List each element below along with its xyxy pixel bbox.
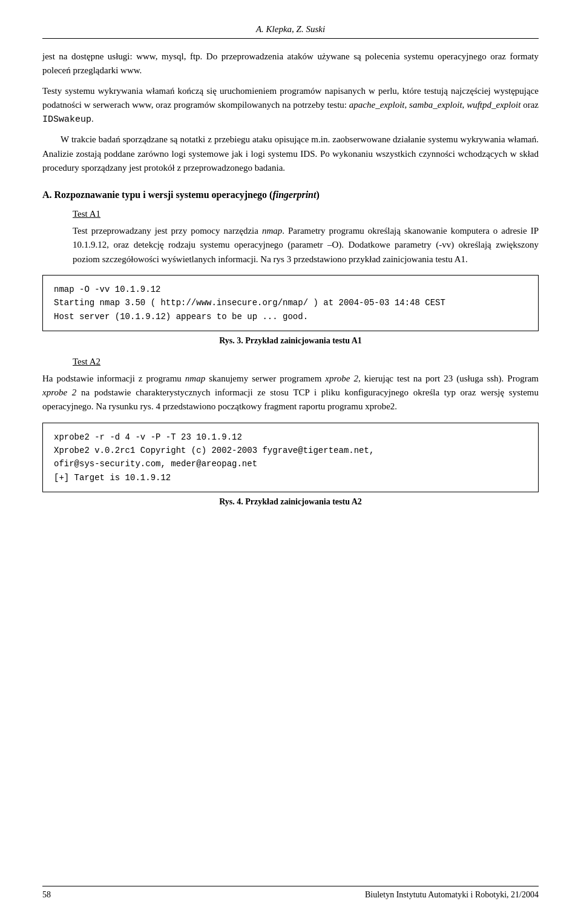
code-box-a2: xprobe2 -r -d 4 -v -P -T 23 10.1.9.12 Xp…: [42, 423, 539, 493]
section-a-heading: A. Rozpoznawanie typu i wersji systemu o…: [42, 190, 539, 200]
paragraph-2: Testy systemu wykrywania włamań kończą s…: [42, 84, 539, 127]
code-line-1: nmap -O -vv 10.1.9.12: [54, 283, 527, 296]
test-a1-paragraph: Test przeprowadzany jest przy pomocy nar…: [73, 224, 539, 266]
paragraph-1: jest na dostępne usługi: www, mysql, ftp…: [42, 50, 539, 78]
code-line-2: Starting nmap 3.50 ( http://www.insecure…: [54, 296, 527, 309]
paragraph-3: W trakcie badań sporządzane są notatki z…: [42, 133, 539, 175]
page-number: 58: [42, 890, 51, 900]
figure-caption-a2: Rys. 4. Przykład zainicjowania testu A2: [42, 497, 539, 507]
figure-caption-a1: Rys. 3. Przykład zainicjowania testu A1: [42, 336, 539, 346]
authors: A. Klepka, Z. Suski: [256, 24, 325, 34]
code-a2-line-2: Xprobe2 v.0.2rc1 Copyright (c) 2002-2003…: [54, 444, 527, 457]
footer: 58 Biuletyn Instytutu Automatyki i Robot…: [42, 890, 539, 900]
code-a2-line-3: ofir@sys-security.com, meder@areopag.net: [54, 457, 527, 470]
code-a2-line-1: xprobe2 -r -d 4 -v -P -T 23 10.1.9.12: [54, 431, 527, 444]
journal-name: Biuletyn Instytutu Automatyki i Robotyki…: [365, 890, 539, 900]
section-a-heading-text: A. Rozpoznawanie typu i wersji systemu o…: [42, 190, 320, 200]
test-a2-paragraph: На podstawie informacji z programu nmap …: [42, 372, 539, 414]
header-separator: [42, 38, 539, 39]
page-header: A. Klepka, Z. Suski: [42, 24, 539, 35]
code-a2-line-4: [+] Target is 10.1.9.12: [54, 471, 527, 484]
code-line-3: Host server (10.1.9.12) appears to be up…: [54, 310, 527, 323]
code-box-a1: nmap -O -vv 10.1.9.12 Starting nmap 3.50…: [42, 275, 539, 331]
test-a2-label: Test A2: [73, 357, 539, 367]
test-a1-label: Test A1: [73, 209, 539, 219]
footer-separator: [42, 886, 539, 886]
page: A. Klepka, Z. Suski jest na dostępne usł…: [0, 0, 581, 924]
